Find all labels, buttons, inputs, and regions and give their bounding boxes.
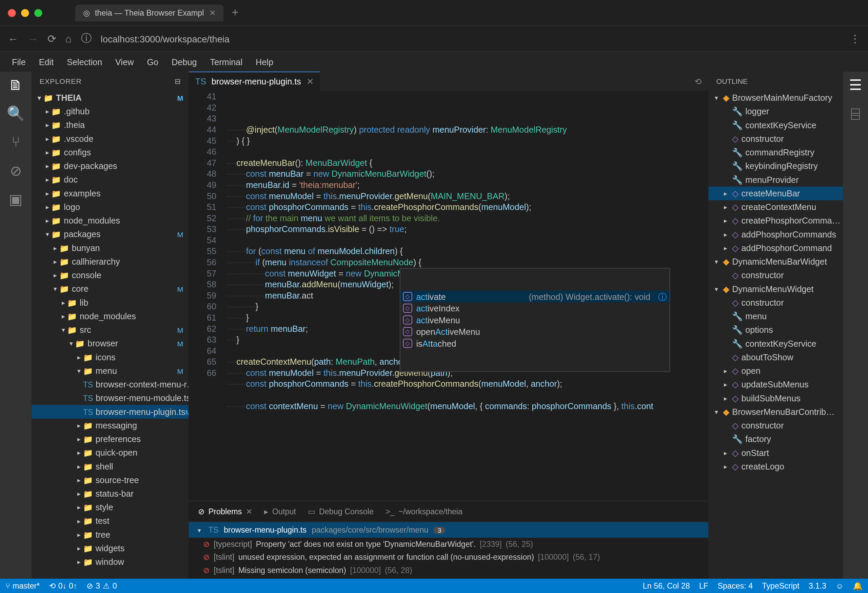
debug-icon[interactable]: ⊘: [10, 163, 22, 179]
outline-item[interactable]: ◇constructor: [708, 296, 843, 309]
code-editor[interactable]: 4142434445464748495051525354555657585960…: [189, 91, 708, 501]
new-tab-button[interactable]: +: [232, 6, 238, 19]
back-icon[interactable]: ←: [8, 33, 18, 44]
tree-item[interactable]: ▾📁coreM: [31, 282, 189, 296]
problem-item[interactable]: ⊘[tslint] Missing semicolon (semicolon) …: [189, 564, 708, 577]
feedback-icon[interactable]: ☺: [836, 581, 844, 591]
tree-item[interactable]: ▸📁.theia: [31, 118, 189, 132]
browser-tab[interactable]: ◎ theia — Theia Browser Exampl ✕: [75, 4, 224, 21]
tree-item[interactable]: ▸📁window: [31, 555, 189, 569]
problem-item[interactable]: ⊘[typescript] Property 'act' does not ex…: [189, 538, 708, 551]
git-sync[interactable]: ⟲ 0↓ 0↑: [49, 581, 77, 591]
outline-item[interactable]: ▸◇createLogo: [708, 460, 843, 473]
notifications-icon[interactable]: 🔔: [853, 581, 862, 591]
tree-item[interactable]: ▸📁dev-packages: [31, 160, 189, 173]
info-icon[interactable]: ⓘ: [658, 291, 667, 302]
tree-item[interactable]: TSbrowser-context-menu-r…: [31, 378, 189, 392]
suggest-widget[interactable]: ◇activate(method) Widget.activate(): voi…: [400, 268, 670, 372]
url-bar[interactable]: localhost:3000/workspace/theia: [101, 34, 840, 44]
explorer-icon[interactable]: 🗎: [9, 77, 23, 94]
close-window[interactable]: [8, 9, 16, 16]
tree-item[interactable]: ▸📁node_modules: [31, 309, 189, 323]
outline-item[interactable]: 🔧commandRegistry: [708, 145, 843, 159]
outline-item[interactable]: ▸◇addPhosphorCommand: [708, 241, 843, 255]
tree-item[interactable]: ▸📁source-tree: [31, 473, 189, 487]
close-panel-icon[interactable]: ✕: [246, 507, 252, 516]
extensions-icon[interactable]: ▣: [9, 191, 23, 208]
code-content[interactable]: ◇activate(method) Widget.activate(): voi…: [227, 91, 708, 501]
forward-icon[interactable]: →: [28, 33, 38, 44]
tree-item[interactable]: TSbrowser-menu-plugin.tsM: [31, 405, 189, 419]
outline-item[interactable]: ◇aboutToShow: [708, 350, 843, 364]
tree-root[interactable]: ▾ 📁 THEIA M: [31, 91, 189, 105]
tree-item[interactable]: ▸📁bunyan: [31, 241, 189, 255]
tree-item[interactable]: ▾📁menuM: [31, 364, 189, 377]
tree-item[interactable]: ▸📁.github: [31, 105, 189, 118]
tree-item[interactable]: ▸📁examples: [31, 186, 189, 200]
tab-terminal[interactable]: >_ ~/workspace/theia: [385, 507, 462, 516]
error-count[interactable]: ⊘ 3 ⚠ 0: [86, 581, 117, 591]
tree-item[interactable]: ▸📁doc: [31, 173, 189, 186]
outline-item[interactable]: 🔧contextKeyService: [708, 118, 843, 132]
problem-file-row[interactable]: ▾ TS browser-menu-plugin.ts packages/cor…: [189, 522, 708, 538]
outline-item[interactable]: ▸◇createMenuBar: [708, 186, 843, 200]
suggest-item[interactable]: ◇activate(method) Widget.activate(): voi…: [400, 291, 670, 303]
tree-item[interactable]: ▸📁lib: [31, 296, 189, 309]
tree-item[interactable]: TSbrowser-menu-module.ts: [31, 392, 189, 405]
language-mode[interactable]: TypeScript: [762, 581, 799, 591]
menu-selection[interactable]: Selection: [61, 54, 109, 69]
tab-output[interactable]: ▸ Output: [264, 507, 296, 516]
outline-item[interactable]: ▸◇createContextMenu: [708, 200, 843, 214]
editor-tab[interactable]: TS browser-menu-plugin.ts ✕: [189, 72, 320, 91]
suggest-item[interactable]: ◇activeIndex: [400, 302, 670, 314]
tree-item[interactable]: ▸📁console: [31, 269, 189, 282]
tree-item[interactable]: ▸📁quick-open: [31, 446, 189, 460]
outline-item[interactable]: ▾◆BrowserMainMenuFactory: [708, 91, 843, 105]
tree-item[interactable]: ▾📁packagesM: [31, 228, 189, 241]
search-icon[interactable]: 🔍: [7, 105, 25, 123]
tree-item[interactable]: ▸📁widgets: [31, 542, 189, 555]
tree-item[interactable]: ▾📁srcM: [31, 323, 189, 337]
tab-problems[interactable]: ⊘ Problems ✕: [198, 507, 252, 516]
outline-item[interactable]: ▸◇onStart: [708, 446, 843, 460]
outline-item[interactable]: 🔧keybindingRegistry: [708, 160, 843, 173]
outline-item[interactable]: ▸◇open: [708, 364, 843, 377]
tree-item[interactable]: ▸📁logo: [31, 200, 189, 214]
minimize-window[interactable]: [21, 9, 29, 16]
outline-item[interactable]: ▾◆DynamicMenuBarWidget: [708, 255, 843, 268]
outline-item[interactable]: ▾◆BrowserMenuBarContrib…: [708, 405, 843, 419]
git-icon[interactable]: ⑂: [12, 134, 20, 151]
menu-debug[interactable]: Debug: [165, 54, 204, 69]
outline-item[interactable]: ▾◆DynamicMenuWidget: [708, 282, 843, 296]
outline-item[interactable]: ◇constructor: [708, 269, 843, 282]
tree-item[interactable]: ▸📁callhierarchy: [31, 255, 189, 268]
outline-item[interactable]: 🔧logger: [708, 105, 843, 118]
outline-item[interactable]: 🔧menu: [708, 309, 843, 323]
menu-edit[interactable]: Edit: [32, 54, 60, 69]
site-info-icon[interactable]: ⓘ: [81, 32, 92, 46]
tree-item[interactable]: ▸📁preferences: [31, 433, 189, 446]
outline-item[interactable]: ◇constructor: [708, 132, 843, 145]
outline-item[interactable]: 🔧factory: [708, 433, 843, 446]
tree-item[interactable]: ▸📁.vscode: [31, 132, 189, 145]
version[interactable]: 3.1.3: [809, 581, 826, 591]
tree-item[interactable]: ▾📁browserM: [31, 337, 189, 350]
outline-item[interactable]: ▸◇buildSubMenus: [708, 392, 843, 405]
suggest-item[interactable]: ◇openActiveMenu: [400, 326, 670, 337]
tree-item[interactable]: ▸📁shell: [31, 460, 189, 473]
outline-item[interactable]: ◇constructor: [708, 419, 843, 432]
problem-item[interactable]: ⊘[tslint] unused expression, expected an…: [189, 551, 708, 563]
browser-menu-icon[interactable]: ⋮: [850, 33, 860, 45]
sync-icon[interactable]: ⟲: [694, 76, 701, 86]
tree-item[interactable]: ▸📁style: [31, 501, 189, 514]
outline-icon[interactable]: ☰: [849, 77, 862, 94]
outline-item[interactable]: 🔧options: [708, 323, 843, 337]
cursor-position[interactable]: Ln 56, Col 28: [643, 581, 690, 591]
menu-file[interactable]: File: [6, 54, 32, 69]
menu-terminal[interactable]: Terminal: [204, 54, 249, 69]
reload-icon[interactable]: ⟳: [47, 33, 56, 45]
tree-item[interactable]: ▸📁icons: [31, 350, 189, 364]
home-icon[interactable]: ⌂: [65, 33, 72, 44]
indentation[interactable]: Spaces: 4: [717, 581, 753, 591]
close-tab-icon[interactable]: ✕: [209, 8, 216, 17]
